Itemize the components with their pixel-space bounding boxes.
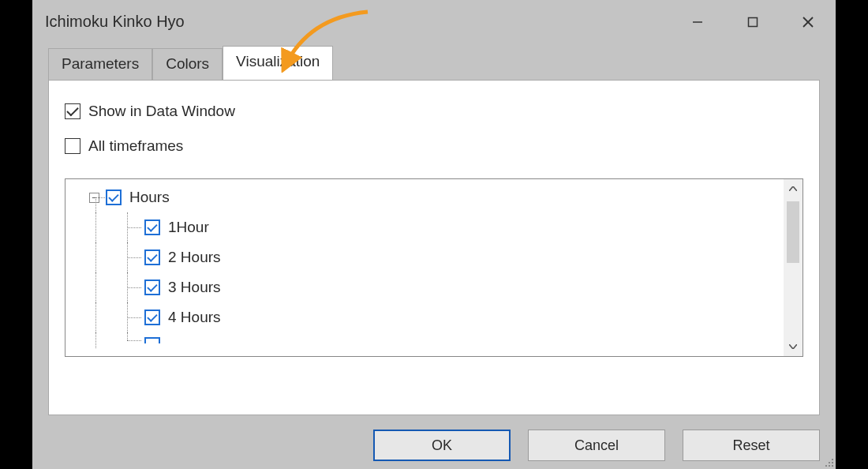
minimize-icon	[692, 17, 703, 28]
tree-node-hours[interactable]: − Hours	[65, 182, 784, 212]
tree-node-partial[interactable]	[65, 332, 784, 348]
resize-grip-icon[interactable]	[821, 455, 834, 467]
maximize-icon	[747, 17, 758, 28]
checkbox-partial[interactable]	[144, 337, 160, 343]
dialog-buttons: OK Cancel Reset	[32, 415, 836, 469]
tree-label-hours: Hours	[129, 189, 170, 206]
tree-scrollbar[interactable]	[784, 179, 803, 356]
tree-body: − Hours 1Hour 2 Hours	[65, 179, 784, 356]
scroll-thumb[interactable]	[787, 201, 799, 263]
close-button[interactable]	[780, 0, 836, 43]
label-show-in-data-window: Show in Data Window	[88, 103, 235, 120]
cancel-button[interactable]: Cancel	[528, 430, 665, 461]
scroll-down-icon[interactable]	[784, 337, 803, 356]
checkbox-hours[interactable]	[106, 189, 122, 205]
tree-label-4hours: 4 Hours	[168, 309, 221, 326]
tree-label-1hour: 1Hour	[168, 219, 209, 236]
close-icon	[802, 16, 814, 28]
ok-button[interactable]: OK	[373, 430, 511, 461]
checkbox-2hours[interactable]	[144, 250, 160, 265]
timeframes-tree: − Hours 1Hour 2 Hours	[65, 178, 803, 357]
tab-parameters[interactable]: Parameters	[48, 48, 152, 81]
tab-content-visualization: Show in Data Window All timeframes − Hou…	[48, 80, 820, 415]
label-all-timeframes: All timeframes	[88, 137, 183, 155]
minimize-button[interactable]	[670, 0, 725, 43]
tree-label-3hours: 3 Hours	[168, 279, 221, 296]
window-title: Ichimoku Kinko Hyo	[45, 13, 185, 31]
tab-strip: Parameters Colors Visualization	[32, 43, 836, 80]
tab-visualization[interactable]: Visualization	[223, 46, 333, 80]
titlebar: Ichimoku Kinko Hyo	[32, 0, 836, 43]
dialog-window: Ichimoku Kinko Hyo Parameters Colors Vis…	[32, 0, 836, 469]
checkbox-4hours[interactable]	[144, 310, 160, 325]
checkbox-1hour[interactable]	[144, 219, 160, 235]
checkbox-all-timeframes[interactable]	[65, 138, 80, 154]
tree-node-1hour[interactable]: 1Hour	[65, 212, 784, 242]
maximize-button[interactable]	[725, 0, 780, 43]
tab-colors[interactable]: Colors	[152, 48, 223, 81]
option-show-in-data-window[interactable]: Show in Data Window	[49, 103, 819, 120]
svg-rect-1	[749, 17, 758, 26]
tree-label-2hours: 2 Hours	[168, 249, 221, 266]
tree-node-3hours[interactable]: 3 Hours	[65, 272, 784, 302]
checkbox-3hours[interactable]	[144, 280, 160, 295]
tree-node-2hours[interactable]: 2 Hours	[65, 242, 784, 272]
scroll-up-icon[interactable]	[784, 179, 803, 198]
checkbox-show-in-data-window[interactable]	[65, 103, 80, 119]
option-all-timeframes[interactable]: All timeframes	[49, 137, 819, 155]
reset-button[interactable]: Reset	[683, 430, 820, 461]
tree-node-4hours[interactable]: 4 Hours	[65, 302, 784, 332]
